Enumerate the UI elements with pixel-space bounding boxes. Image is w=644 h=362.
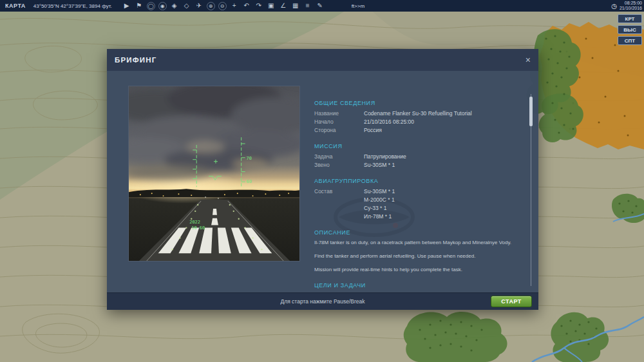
row-value: Су-33 * 1 xyxy=(364,204,386,213)
undo-icon[interactable]: ↶ xyxy=(242,1,251,10)
cursor-coordinates: 43°50'35"N 42°37'39"E, 3894 фут. xyxy=(33,3,112,9)
section-description: ОПИСАНИЕ Il-78M tanker is on duty, on a … xyxy=(314,229,513,274)
section-title-air-group: АВИАГРУППИРОВКА xyxy=(314,178,513,184)
briefing-scrollbar[interactable] xyxy=(529,94,533,286)
row-label: Сторона xyxy=(314,126,364,135)
row-value: Su-30SM * 1 xyxy=(364,161,395,169)
zoom-out-icon[interactable]: ⊖ xyxy=(218,2,227,10)
waypoint-icon[interactable]: ◇ xyxy=(182,1,191,10)
redo-icon[interactable]: ↷ xyxy=(254,1,263,10)
start-button[interactable]: СТАРТ xyxy=(491,296,532,307)
info-row: Название Codename Flanker Su-30 Refuelli… xyxy=(314,110,513,118)
hud-readout-sub: 10 60 xyxy=(191,225,205,231)
section-title-description: ОПИСАНИЕ xyxy=(314,229,513,236)
map-toolbar: ▶ ⚑ ◯ ◉ ◈ ◇ ✈ ⊕ ⊖ + ↶ ↷ ▣ ∠ ▦ ≡ ✎ xyxy=(122,1,325,10)
info-row: Начало 21/10/2016 08:25:00 xyxy=(314,118,513,126)
grid-icon[interactable]: ▦ xyxy=(291,1,300,10)
target-icon[interactable]: ◉ xyxy=(158,2,167,10)
pan-icon[interactable]: + xyxy=(230,1,239,10)
briefing-text-column: ОБЩИЕ СВЕДЕНИЯ Название Codename Flanker… xyxy=(300,86,513,289)
section-mission: МИССИЯ Задача Патрулирование Звено Su-30… xyxy=(314,143,513,169)
row-value: Патрулирование xyxy=(364,153,406,161)
row-value: Ил-78М * 1 xyxy=(364,213,392,221)
clock-block: ◷ 08:25:00 21/10/2016 xyxy=(611,1,642,11)
row-label: Начало xyxy=(314,118,364,126)
units-toggle[interactable]: ft>>m xyxy=(352,3,365,9)
row-label xyxy=(314,213,364,221)
briefing-photo: 70 60 2022 10 60 xyxy=(128,86,300,262)
section-objectives: ЦЕЛИ И ЗАДАЧИ Tanker: Il-78M Board numbe… xyxy=(314,282,513,292)
hud-alt-bottom: 60 xyxy=(247,179,252,184)
dialog-title: БРИФИНГ xyxy=(115,56,157,64)
mission-date: 21/10/2016 xyxy=(620,6,642,11)
row-label: Состав xyxy=(314,187,364,196)
diamond-icon[interactable]: ◈ xyxy=(170,1,179,10)
row-label: Название xyxy=(314,110,364,118)
objectives-paragraph: Tanker: Il-78M Board number 101; on freq… xyxy=(314,292,513,292)
circle-icon[interactable]: ◯ xyxy=(147,2,155,10)
fit-view-icon[interactable]: ▣ xyxy=(267,1,276,10)
info-row: Состав Su-30SM * 1 xyxy=(314,187,513,196)
map-button-spt[interactable]: СПТ xyxy=(618,36,642,45)
hud-photo-graphic: 70 60 2022 10 60 xyxy=(129,86,299,261)
close-icon[interactable]: × xyxy=(526,55,531,64)
row-value: Su-30SM * 1 xyxy=(364,187,395,196)
section-title-objectives: ЦЕЛИ И ЗАДАЧИ xyxy=(314,282,513,289)
info-row: Звено Su-30SM * 1 xyxy=(314,161,513,169)
map-button-vys[interactable]: ВЫС xyxy=(618,25,642,34)
plane-icon[interactable]: ✈ xyxy=(194,1,204,10)
info-row: Задача Патрулирование xyxy=(314,153,513,161)
ruler-icon[interactable]: ∠ xyxy=(279,1,288,10)
dcs-map-screen: КАРТА 43°50'35"N 42°37'39"E, 3894 фут. ▶… xyxy=(0,0,644,362)
briefing-dialog: БРИФИНГ × xyxy=(107,49,538,310)
section-general: ОБЩИЕ СВЕДЕНИЯ Название Codename Flanker… xyxy=(314,100,513,135)
row-label xyxy=(314,204,364,213)
map-button-krt[interactable]: КРТ xyxy=(618,14,642,23)
info-row: Сторона Россия xyxy=(314,126,513,135)
map-layer-buttons: КРТ ВЫС СПТ xyxy=(618,14,642,45)
info-row: M-2000C * 1 xyxy=(314,196,513,204)
dialog-footer: Для старта нажмите Pause/Break СТАРТ xyxy=(107,292,538,310)
list-icon[interactable]: ≡ xyxy=(303,1,312,10)
mission-time: 08:25:00 xyxy=(625,1,642,6)
row-value: Codename Flanker Su-30 Refuelling Tutori… xyxy=(364,110,472,118)
row-label: Задача xyxy=(314,153,364,161)
dialog-body: 70 60 2022 10 60 ОБЩИЕ СВЕДЕНИЯ xyxy=(107,71,538,292)
hud-readout-main: 2022 xyxy=(189,220,200,225)
description-paragraph: Find the tanker and perform aerial refue… xyxy=(314,252,513,260)
info-row: Ил-78М * 1 xyxy=(314,213,513,221)
scrollbar-thumb[interactable] xyxy=(529,97,533,126)
section-title-general: ОБЩИЕ СВЕДЕНИЯ xyxy=(314,100,513,106)
start-hint-text: Для старта нажмите Pause/Break xyxy=(280,298,365,305)
row-label: Звено xyxy=(314,161,364,169)
select-icon[interactable]: ▶ xyxy=(122,1,131,10)
row-value: 21/10/2016 08:25:00 xyxy=(364,118,414,126)
info-row: Су-33 * 1 xyxy=(314,204,513,213)
row-value: M-2000C * 1 xyxy=(364,196,395,204)
dialog-header: БРИФИНГ × xyxy=(107,49,538,71)
description-paragraph: Mission will provide real-time hints to … xyxy=(314,266,513,274)
row-label xyxy=(314,196,364,204)
flag-icon[interactable]: ⚑ xyxy=(135,1,144,10)
row-value: Россия xyxy=(364,126,382,135)
zoom-in-icon[interactable]: ⊕ xyxy=(207,2,215,10)
hud-alt-top: 70 xyxy=(247,156,252,161)
description-paragraph: Il-78M tanker is on duty, on a racetrack… xyxy=(314,239,513,247)
topbar: КАРТА 43°50'35"N 42°37'39"E, 3894 фут. ▶… xyxy=(0,0,644,12)
section-air-group: АВИАГРУППИРОВКА Состав Su-30SM * 1 M-200… xyxy=(314,178,513,221)
pencil-icon[interactable]: ✎ xyxy=(316,1,325,10)
section-title-mission: МИССИЯ xyxy=(314,143,513,149)
map-mode-label: КАРТА xyxy=(5,3,26,9)
clock-icon: ◷ xyxy=(611,3,617,10)
